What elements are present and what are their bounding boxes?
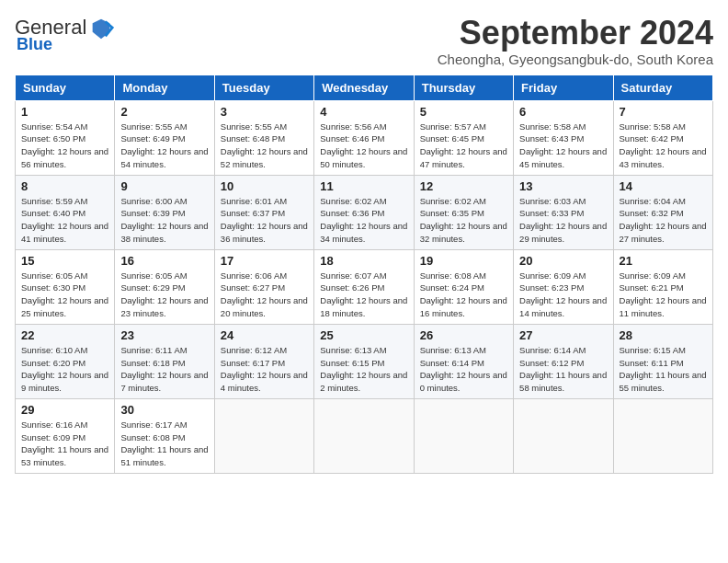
calendar-cell: 26 Sunrise: 6:13 AM Sunset: 6:14 PM Dayl… <box>414 324 513 398</box>
day-detail: Sunrise: 6:12 AM Sunset: 6:17 PM Dayligh… <box>221 344 308 395</box>
day-number: 17 <box>221 254 308 268</box>
week-row-4: 22 Sunrise: 6:10 AM Sunset: 6:20 PM Dayl… <box>16 324 713 398</box>
day-detail: Sunrise: 5:57 AM Sunset: 6:45 PM Dayligh… <box>420 121 507 171</box>
logo-blue-text: Blue <box>17 35 52 54</box>
calendar-cell: 10 Sunrise: 6:01 AM Sunset: 6:37 PM Dayl… <box>214 175 313 249</box>
day-detail: Sunrise: 6:11 AM Sunset: 6:18 PM Dayligh… <box>120 344 208 395</box>
weekday-monday: Monday <box>115 75 214 100</box>
week-row-5: 29 Sunrise: 6:16 AM Sunset: 6:09 PM Dayl… <box>16 398 713 473</box>
weekday-friday: Friday <box>514 75 613 100</box>
weekday-header-row: SundayMondayTuesdayWednesdayThursdayFrid… <box>16 75 713 100</box>
calendar-cell: 9 Sunrise: 6:00 AM Sunset: 6:39 PM Dayli… <box>115 175 214 249</box>
day-number: 5 <box>420 105 507 119</box>
day-detail: Sunrise: 5:55 AM Sunset: 6:49 PM Dayligh… <box>120 121 208 171</box>
day-detail: Sunrise: 6:03 AM Sunset: 6:33 PM Dayligh… <box>519 195 607 246</box>
calendar-cell <box>514 398 613 473</box>
day-number: 14 <box>620 179 707 193</box>
calendar-cell <box>613 398 712 473</box>
day-number: 27 <box>519 328 607 342</box>
calendar-cell <box>414 398 513 473</box>
day-detail: Sunrise: 6:10 AM Sunset: 6:20 PM Dayligh… <box>21 344 108 395</box>
calendar-cell: 8 Sunrise: 5:59 AM Sunset: 6:40 PM Dayli… <box>16 175 115 249</box>
day-detail: Sunrise: 6:16 AM Sunset: 6:09 PM Dayligh… <box>21 419 108 469</box>
calendar-cell: 6 Sunrise: 5:58 AM Sunset: 6:43 PM Dayli… <box>514 100 613 175</box>
day-number: 3 <box>221 105 308 119</box>
day-detail: Sunrise: 6:01 AM Sunset: 6:37 PM Dayligh… <box>221 195 308 246</box>
calendar-cell: 5 Sunrise: 5:57 AM Sunset: 6:45 PM Dayli… <box>414 100 513 175</box>
weekday-sunday: Sunday <box>16 75 115 100</box>
weekday-thursday: Thursday <box>414 75 513 100</box>
calendar-cell: 28 Sunrise: 6:15 AM Sunset: 6:11 PM Dayl… <box>613 324 712 398</box>
calendar-cell: 20 Sunrise: 6:09 AM Sunset: 6:23 PM Dayl… <box>514 249 613 324</box>
day-detail: Sunrise: 5:55 AM Sunset: 6:48 PM Dayligh… <box>221 121 308 171</box>
day-number: 29 <box>21 403 108 417</box>
calendar-body: 1 Sunrise: 5:54 AM Sunset: 6:50 PM Dayli… <box>16 100 713 473</box>
day-number: 28 <box>620 328 707 342</box>
day-detail: Sunrise: 5:59 AM Sunset: 6:40 PM Dayligh… <box>21 195 108 246</box>
day-detail: Sunrise: 6:13 AM Sunset: 6:14 PM Dayligh… <box>420 344 507 395</box>
day-detail: Sunrise: 6:04 AM Sunset: 6:32 PM Dayligh… <box>620 195 707 246</box>
calendar-cell: 22 Sunrise: 6:10 AM Sunset: 6:20 PM Dayl… <box>16 324 115 398</box>
day-detail: Sunrise: 6:17 AM Sunset: 6:08 PM Dayligh… <box>120 419 208 469</box>
calendar-cell <box>214 398 313 473</box>
day-detail: Sunrise: 6:15 AM Sunset: 6:11 PM Dayligh… <box>620 344 707 395</box>
calendar-cell: 23 Sunrise: 6:11 AM Sunset: 6:18 PM Dayl… <box>115 324 214 398</box>
weekday-wednesday: Wednesday <box>314 75 414 100</box>
day-number: 7 <box>620 105 707 119</box>
calendar-cell: 15 Sunrise: 6:05 AM Sunset: 6:30 PM Dayl… <box>16 249 115 324</box>
day-number: 30 <box>120 403 208 417</box>
logo: General Blue <box>15 15 114 54</box>
day-number: 8 <box>21 179 108 193</box>
day-number: 25 <box>320 328 407 342</box>
weekday-tuesday: Tuesday <box>214 75 313 100</box>
calendar-cell: 14 Sunrise: 6:04 AM Sunset: 6:32 PM Dayl… <box>613 175 712 249</box>
calendar-cell <box>314 398 414 473</box>
day-number: 26 <box>420 328 507 342</box>
day-detail: Sunrise: 5:56 AM Sunset: 6:46 PM Dayligh… <box>320 121 407 171</box>
day-number: 15 <box>21 254 108 268</box>
day-detail: Sunrise: 5:54 AM Sunset: 6:50 PM Dayligh… <box>21 121 108 171</box>
week-row-1: 1 Sunrise: 5:54 AM Sunset: 6:50 PM Dayli… <box>16 100 713 175</box>
calendar-cell: 18 Sunrise: 6:07 AM Sunset: 6:26 PM Dayl… <box>314 249 414 324</box>
day-number: 12 <box>420 179 507 193</box>
day-detail: Sunrise: 6:14 AM Sunset: 6:12 PM Dayligh… <box>519 344 607 395</box>
day-detail: Sunrise: 6:07 AM Sunset: 6:26 PM Dayligh… <box>320 270 407 320</box>
day-detail: Sunrise: 6:05 AM Sunset: 6:29 PM Dayligh… <box>120 270 208 320</box>
day-number: 2 <box>120 105 208 119</box>
day-detail: Sunrise: 5:58 AM Sunset: 6:43 PM Dayligh… <box>519 121 607 171</box>
calendar-cell: 3 Sunrise: 5:55 AM Sunset: 6:48 PM Dayli… <box>214 100 313 175</box>
day-detail: Sunrise: 6:09 AM Sunset: 6:23 PM Dayligh… <box>519 270 607 320</box>
day-number: 20 <box>519 254 607 268</box>
location-subtitle: Cheongha, Gyeongsangbuk-do, South Korea <box>438 52 713 67</box>
day-number: 24 <box>221 328 308 342</box>
day-number: 10 <box>221 179 308 193</box>
week-row-2: 8 Sunrise: 5:59 AM Sunset: 6:40 PM Dayli… <box>16 175 713 249</box>
day-detail: Sunrise: 6:05 AM Sunset: 6:30 PM Dayligh… <box>21 270 108 320</box>
day-number: 23 <box>120 328 208 342</box>
day-number: 22 <box>21 328 108 342</box>
title-block: September 2024 Cheongha, Gyeongsangbuk-d… <box>438 15 713 67</box>
calendar-cell: 12 Sunrise: 6:02 AM Sunset: 6:35 PM Dayl… <box>414 175 513 249</box>
day-number: 4 <box>320 105 407 119</box>
week-row-3: 15 Sunrise: 6:05 AM Sunset: 6:30 PM Dayl… <box>16 249 713 324</box>
day-detail: Sunrise: 6:08 AM Sunset: 6:24 PM Dayligh… <box>420 270 507 320</box>
calendar-table: SundayMondayTuesdayWednesdayThursdayFrid… <box>15 75 713 474</box>
day-detail: Sunrise: 5:58 AM Sunset: 6:42 PM Dayligh… <box>620 121 707 171</box>
day-detail: Sunrise: 6:02 AM Sunset: 6:36 PM Dayligh… <box>320 195 407 246</box>
logo-icon <box>88 15 114 40</box>
calendar-cell: 24 Sunrise: 6:12 AM Sunset: 6:17 PM Dayl… <box>214 324 313 398</box>
calendar-cell: 29 Sunrise: 6:16 AM Sunset: 6:09 PM Dayl… <box>16 398 115 473</box>
calendar-cell: 30 Sunrise: 6:17 AM Sunset: 6:08 PM Dayl… <box>115 398 214 473</box>
day-detail: Sunrise: 6:13 AM Sunset: 6:15 PM Dayligh… <box>320 344 407 395</box>
calendar-cell: 7 Sunrise: 5:58 AM Sunset: 6:42 PM Dayli… <box>613 100 712 175</box>
day-number: 9 <box>120 179 208 193</box>
calendar-cell: 27 Sunrise: 6:14 AM Sunset: 6:12 PM Dayl… <box>514 324 613 398</box>
calendar-cell: 19 Sunrise: 6:08 AM Sunset: 6:24 PM Dayl… <box>414 249 513 324</box>
month-title: September 2024 <box>438 15 713 52</box>
day-detail: Sunrise: 6:00 AM Sunset: 6:39 PM Dayligh… <box>120 195 208 246</box>
calendar-cell: 21 Sunrise: 6:09 AM Sunset: 6:21 PM Dayl… <box>613 249 712 324</box>
calendar-cell: 2 Sunrise: 5:55 AM Sunset: 6:49 PM Dayli… <box>115 100 214 175</box>
day-number: 18 <box>320 254 407 268</box>
day-detail: Sunrise: 6:02 AM Sunset: 6:35 PM Dayligh… <box>420 195 507 246</box>
day-detail: Sunrise: 6:09 AM Sunset: 6:21 PM Dayligh… <box>620 270 707 320</box>
